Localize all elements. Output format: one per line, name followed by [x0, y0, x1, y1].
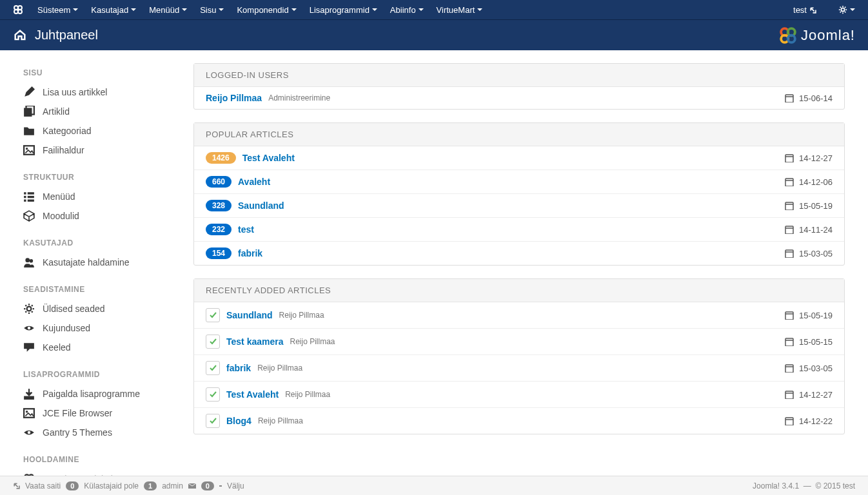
pencil-icon — [23, 86, 35, 98]
nav-user[interactable]: test — [787, 5, 823, 15]
download-icon — [23, 388, 35, 400]
admin-label[interactable]: admin — [162, 481, 183, 490]
nav-label: Süsteem — [37, 5, 70, 15]
nav-süsteem[interactable]: Süsteem — [31, 5, 84, 15]
sidebar-item-paigalda-lisaprogramme[interactable]: Paigalda lisaprogramme — [23, 384, 181, 403]
caret-icon — [131, 8, 136, 11]
publish-toggle[interactable] — [206, 308, 220, 322]
caret-icon — [219, 8, 224, 11]
article-link[interactable]: Test Avaleht — [242, 153, 295, 163]
sidebar: SISULisa uus artikkelArtiklidKategooriad… — [0, 50, 193, 495]
publish-toggle[interactable] — [206, 414, 220, 428]
nav-kasutajad[interactable]: Kasutajad — [84, 5, 143, 15]
nav-komponendid[interactable]: Komponendid — [230, 5, 302, 15]
row-date: 14-11-24 — [799, 225, 833, 235]
sidebar-item-label: Menüüd — [43, 191, 75, 202]
article-link[interactable]: Blog4 — [226, 416, 252, 426]
popular-article-row: 660Avaleht14-12-06 — [194, 170, 844, 194]
row-date: 14-12-06 — [799, 177, 833, 187]
sidebar-item-keeled[interactable]: Keeled — [23, 338, 181, 357]
sidebar-item-kategooriad[interactable]: Kategooriad — [23, 121, 181, 141]
publish-toggle[interactable] — [206, 335, 220, 349]
recent-article-row: Test kaamera Reijo Pillmaa15-05-15 — [194, 329, 844, 355]
row-date: 15-05-15 — [799, 337, 833, 347]
sidebar-item-artiklid[interactable]: Artiklid — [23, 102, 181, 121]
article-link[interactable]: fabrik — [226, 363, 251, 373]
calendar-icon — [785, 225, 794, 234]
sidebar-item--ldised-seaded[interactable]: Üldised seaded — [23, 299, 181, 318]
article-author: Reijo Pillmaa — [257, 364, 302, 373]
recent-article-row: Blog4 Reijo Pillmaa14-12-22 — [194, 408, 844, 434]
user-link[interactable]: Reijo Pillmaa — [206, 93, 262, 103]
sidebar-heading: STRUKTUUR — [23, 173, 181, 182]
nav-label: Lisaprogrammid — [310, 5, 370, 15]
article-author: Reijo Pillmaa — [290, 337, 335, 346]
sidebar-item-men-d[interactable]: Menüüd — [23, 187, 181, 206]
separator — [219, 485, 222, 487]
row-date: 14-12-22 — [799, 416, 833, 426]
row-date: 15-03-05 — [799, 249, 833, 258]
hits-badge: 328 — [206, 200, 232, 211]
article-link[interactable]: Test Avaleht — [226, 389, 279, 400]
footer-logout[interactable]: Välju — [227, 481, 244, 490]
caret-icon — [182, 8, 187, 11]
article-author: Reijo Pillmaa — [258, 416, 303, 425]
popular-article-row: 1426Test Avaleht14-12-27 — [194, 146, 844, 170]
nav-label: Komponendid — [237, 5, 288, 15]
footer-view-site[interactable]: Vaata saiti — [25, 481, 61, 490]
nav-menüüd[interactable]: Menüüd — [143, 5, 193, 15]
sidebar-heading: LISAPROGRAMMID — [23, 370, 181, 379]
article-link[interactable]: Saundland — [226, 310, 273, 320]
sidebar-item-kasutajate-haldamine[interactable]: Kasutajate haldamine — [23, 253, 181, 272]
article-link[interactable]: Saundland — [238, 200, 284, 211]
nav-label: Sisu — [200, 5, 216, 15]
nav-lisaprogrammid[interactable]: Lisaprogrammid — [303, 5, 384, 15]
row-date: 15-05-19 — [799, 311, 833, 320]
navbar-left: SüsteemKasutajadMenüüdSisuKomponendidLis… — [13, 5, 489, 15]
publish-toggle[interactable] — [206, 361, 220, 375]
popular-article-row: 154fabrik15-03-05 — [194, 242, 844, 265]
popular-article-row: 232test14-11-24 — [194, 218, 844, 242]
mail-icon[interactable] — [188, 483, 196, 489]
status-bar: Vaata saiti 0 Külastajaid pole 1 admin 0… — [0, 476, 868, 495]
sidebar-item-label: Kujundused — [43, 323, 90, 333]
sidebar-item-lisa-uus-artikkel[interactable]: Lisa uus artikkel — [23, 82, 181, 102]
recent-article-row: Test Avaleht Reijo Pillmaa14-12-27 — [194, 382, 844, 408]
caret-icon — [372, 8, 377, 11]
panel-heading: RECENTLY ADDED ARTICLES — [194, 279, 844, 302]
sidebar-item-label: Keeled — [43, 342, 71, 353]
article-link[interactable]: Test kaamera — [226, 336, 283, 347]
hits-badge: 232 — [206, 224, 232, 235]
sidebar-item-kujundused[interactable]: Kujundused — [23, 318, 181, 338]
external-link-icon — [13, 482, 20, 489]
joomla-logo-icon — [779, 26, 797, 44]
article-author: Reijo Pillmaa — [285, 390, 330, 399]
joomla-logo-text: Joomla! — [801, 27, 855, 44]
navbar-right: test — [787, 5, 862, 15]
home-icon — [13, 28, 27, 43]
calendar-icon — [785, 93, 794, 102]
messages-badge: 0 — [201, 481, 214, 490]
nav-settings[interactable] — [832, 5, 862, 14]
nav-sisu[interactable]: Sisu — [193, 5, 230, 15]
article-link[interactable]: Avaleht — [238, 177, 270, 187]
article-link[interactable]: fabrik — [238, 248, 262, 258]
check-icon — [209, 364, 217, 372]
joomla-icon[interactable] — [13, 5, 23, 15]
sidebar-item-gantry-5-themes[interactable]: Gantry 5 Themes — [23, 423, 181, 442]
nav-virtuemart-label: VirtueMart — [437, 5, 475, 15]
nav-abiinfo[interactable]: Abiinfo — [384, 5, 430, 15]
article-link[interactable]: test — [238, 224, 254, 235]
nav-virtuemart[interactable]: VirtueMart — [430, 5, 489, 15]
cube-icon — [23, 210, 35, 222]
sidebar-item-failihaldur[interactable]: Failihaldur — [23, 141, 181, 160]
gear-icon — [838, 5, 847, 14]
visitors-label[interactable]: Külastajaid pole — [84, 481, 139, 490]
sidebar-item-moodulid[interactable]: Moodulid — [23, 206, 181, 226]
publish-toggle[interactable] — [206, 387, 220, 402]
sidebar-item-label: Üldised seaded — [43, 304, 105, 314]
row-date: 15-05-19 — [799, 201, 833, 211]
sidebar-item-jce-file-browser[interactable]: JCE File Browser — [23, 403, 181, 423]
nav-label: Abiinfo — [390, 5, 416, 15]
admin-badge: 1 — [144, 481, 157, 490]
